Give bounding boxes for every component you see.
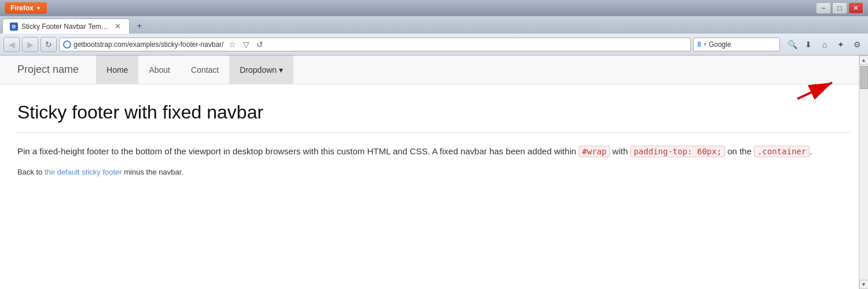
code-container: .container xyxy=(754,146,810,157)
back-text: Back to xyxy=(17,168,45,176)
scroll-up-button[interactable]: ▲ xyxy=(859,55,869,65)
address-field[interactable]: getbootstrap.com/examples/sticky-footer-… xyxy=(59,38,691,51)
back-suffix: minus the navbar. xyxy=(122,168,183,176)
menu-icon[interactable]: ⚙ xyxy=(849,37,865,52)
firefox-menu-arrow: ▼ xyxy=(36,5,41,11)
desc-text-1: Pin a fixed-height footer to the bottom … xyxy=(17,146,579,156)
firefox-menu-button[interactable]: Firefox ▼ xyxy=(5,2,47,14)
close-button[interactable]: ✕ xyxy=(848,2,863,14)
search-engine-icon: 8 xyxy=(697,40,701,49)
reload-icon[interactable]: ↺ xyxy=(253,38,266,51)
new-tab-button[interactable]: + xyxy=(132,20,147,32)
tab-close-button[interactable]: ✕ xyxy=(113,22,122,31)
address-icons: ☆ ▽ ↺ xyxy=(226,38,266,51)
back-link-paragraph: Back to the default sticky footer minus … xyxy=(17,168,851,176)
scroll-down-button[interactable]: ▼ xyxy=(859,280,869,289)
desc-text-4: . xyxy=(810,146,812,156)
search-icon[interactable]: 🔍 xyxy=(785,37,800,52)
firefox-label: Firefox xyxy=(10,4,34,12)
content-area: Sticky footer with fixed navbar Pin a fi… xyxy=(0,84,868,264)
svg-line-1 xyxy=(797,83,832,99)
default-sticky-footer-link[interactable]: the default sticky footer xyxy=(45,168,122,176)
code-padding: padding-top: 60px; xyxy=(630,146,725,157)
toolbar-icons: 🔍 ⬇ ⌂ ✦ ⚙ xyxy=(785,37,865,52)
search-box[interactable]: 8 ▾ Google xyxy=(693,38,780,51)
page-description: Pin a fixed-height footer to the bottom … xyxy=(17,144,851,158)
nav-contact[interactable]: Contact xyxy=(181,55,229,84)
search-input-text[interactable]: Google xyxy=(709,40,776,49)
address-bar: ◀ ▶ ↻ getbootstrap.com/examples/sticky-f… xyxy=(0,34,868,55)
download-icon[interactable]: ⬇ xyxy=(801,37,816,52)
tab-title: Sticky Footer Navbar Template for Boots.… xyxy=(21,23,110,31)
content-divider xyxy=(17,132,851,133)
red-arrow-annotation xyxy=(793,75,839,104)
main-content: Sticky footer with fixed navbar Pin a fi… xyxy=(0,84,868,188)
minimize-button[interactable]: − xyxy=(816,2,831,14)
active-tab[interactable]: B Sticky Footer Navbar Template for Boot… xyxy=(2,18,130,34)
bookmark-star-icon[interactable]: ☆ xyxy=(226,38,238,51)
code-wrap: #wrap xyxy=(579,146,610,157)
back-link-label: the default sticky footer xyxy=(45,168,122,176)
window-controls: − □ ✕ xyxy=(816,2,863,14)
bookmark-down-icon[interactable]: ▽ xyxy=(240,38,252,51)
forward-button[interactable]: ▶ xyxy=(22,37,38,52)
maximize-button[interactable]: □ xyxy=(832,2,847,14)
nav-about[interactable]: About xyxy=(138,55,181,84)
nav-home[interactable]: Home xyxy=(96,55,138,84)
site-icon xyxy=(63,40,71,49)
extensions-icon[interactable]: ✦ xyxy=(833,37,848,52)
refresh-button[interactable]: ↻ xyxy=(41,37,57,52)
desc-text-3: on the xyxy=(725,146,754,156)
navbar-brand[interactable]: Project name xyxy=(12,64,84,76)
search-divider: ▾ xyxy=(704,41,707,47)
tab-favicon: B xyxy=(10,23,18,31)
back-button[interactable]: ◀ xyxy=(3,37,20,52)
navbar: Project name Home About Contact Dropdown… xyxy=(0,55,868,84)
tab-bar: B Sticky Footer Navbar Template for Boot… xyxy=(0,16,868,34)
red-arrow-svg xyxy=(793,75,839,104)
home-icon[interactable]: ⌂ xyxy=(817,37,832,52)
nav-dropdown[interactable]: Dropdown ▾ xyxy=(229,55,293,84)
page-title: Sticky footer with fixed navbar xyxy=(17,102,851,123)
desc-text-2: with xyxy=(610,146,630,156)
url-text: getbootstrap.com/examples/sticky-footer-… xyxy=(73,40,223,49)
firefox-titlebar: Firefox ▼ − □ ✕ xyxy=(0,0,868,16)
browser-frame: Firefox ▼ − □ ✕ B Sticky Footer Navbar T… xyxy=(0,0,868,289)
